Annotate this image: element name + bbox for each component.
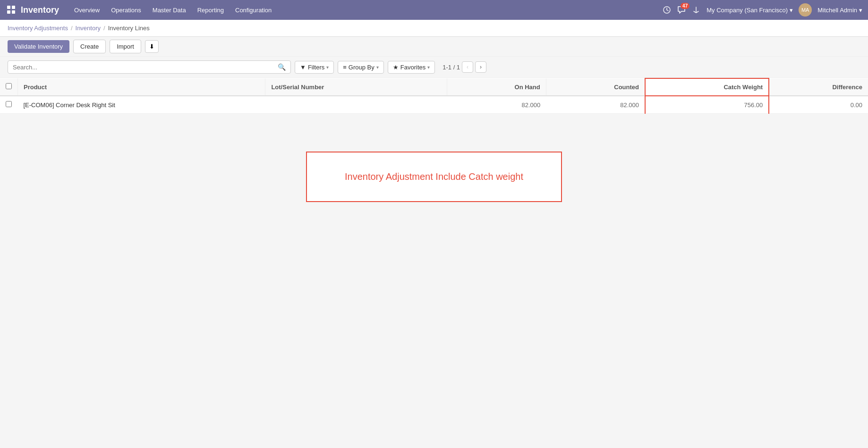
grid-icon	[6, 4, 17, 16]
star-icon: ★	[393, 64, 399, 71]
table-row: [E-COM06] Corner Desk Right Sit 82.000 8…	[0, 96, 868, 114]
onhand-column-header: On Hand	[447, 78, 546, 96]
groupby-icon: ≡	[343, 64, 347, 71]
breadcrumb-inventory[interactable]: Inventory	[76, 25, 101, 32]
breadcrumb-current: Inventory Lines	[108, 25, 150, 32]
company-selector[interactable]: My Company (San Francisco) ▾	[706, 7, 793, 14]
product-column-header: Product	[18, 78, 265, 96]
difference-cell: 0.00	[769, 96, 868, 114]
search-box[interactable]: 🔍	[8, 60, 291, 74]
import-button[interactable]: Import	[110, 40, 141, 53]
download-icon: ⬇	[149, 43, 154, 50]
annotation-box: Inventory Adjustment Include Catch weigh…	[306, 152, 562, 202]
user-name-label: Mitchell Admin	[817, 7, 857, 14]
breadcrumb-sep-2: /	[103, 25, 105, 32]
svg-rect-1	[12, 6, 15, 9]
groupby-caret: ▾	[376, 65, 379, 70]
nav-reporting[interactable]: Reporting	[193, 4, 229, 17]
app-logo[interactable]: Inventory	[6, 4, 59, 16]
favorites-caret: ▾	[427, 65, 430, 70]
breadcrumb: Inventory Adjustments / Inventory / Inve…	[8, 25, 860, 32]
favorites-label: Favorites	[400, 64, 425, 71]
nav-configuration[interactable]: Configuration	[230, 4, 276, 17]
chat-icon[interactable]: 47	[677, 6, 686, 14]
search-icon[interactable]: 🔍	[278, 63, 286, 71]
annotation-area: Inventory Adjustment Include Catch weigh…	[0, 114, 868, 240]
nav-overview[interactable]: Overview	[69, 4, 104, 17]
breadcrumb-sep-1: /	[71, 25, 73, 32]
toolbar: Validate Inventory Create Import ⬇	[0, 37, 868, 57]
catchweight-cell[interactable]: 756.00	[645, 96, 769, 114]
pagination-label: 1-1 / 1	[443, 64, 460, 71]
filter-icon: ▼	[300, 64, 306, 71]
row-checkbox[interactable]	[6, 101, 12, 107]
favorites-button[interactable]: ★ Favorites ▾	[388, 61, 435, 74]
create-button[interactable]: Create	[73, 40, 106, 53]
search-input[interactable]	[13, 64, 278, 71]
company-name-label: My Company (San Francisco)	[706, 7, 788, 14]
prev-page-button[interactable]: ‹	[462, 61, 473, 73]
download-button[interactable]: ⬇	[145, 40, 159, 53]
inventory-table: Product Lot/Serial Number On Hand Counte…	[0, 78, 868, 114]
annotation-text: Inventory Adjustment Include Catch weigh…	[345, 171, 523, 182]
groupby-label: Group By	[349, 64, 374, 71]
table-body: [E-COM06] Corner Desk Right Sit 82.000 8…	[0, 96, 868, 114]
groupby-button[interactable]: ≡ Group By ▾	[338, 61, 384, 74]
svg-rect-2	[7, 10, 10, 14]
svg-rect-0	[7, 6, 10, 9]
topbar-right: 47 My Company (San Francisco) ▾ MA Mitch…	[662, 3, 862, 17]
user-selector[interactable]: Mitchell Admin ▾	[817, 7, 862, 14]
search-filter-row: 🔍 ▼ Filters ▾ ≡ Group By ▾ ★ Favorites ▾…	[0, 57, 868, 78]
chat-count: 47	[681, 3, 689, 9]
select-all-header[interactable]	[0, 78, 18, 96]
svg-line-6	[667, 10, 668, 11]
svg-rect-3	[12, 10, 15, 14]
difference-column-header: Difference	[769, 78, 868, 96]
nav-master-data[interactable]: Master Data	[148, 4, 191, 17]
avatar[interactable]: MA	[799, 3, 812, 17]
clock-icon[interactable]	[662, 5, 672, 15]
row-checkbox-cell[interactable]	[0, 96, 18, 114]
catchweight-column-header: Catch Weight	[645, 78, 769, 96]
next-page-button[interactable]: ›	[475, 61, 486, 73]
pagination: 1-1 / 1 ‹ ›	[443, 61, 486, 73]
filters-button[interactable]: ▼ Filters ▾	[295, 61, 334, 74]
breadcrumb-inventory-adjustments[interactable]: Inventory Adjustments	[8, 25, 68, 32]
user-caret: ▾	[859, 7, 862, 14]
validate-inventory-button[interactable]: Validate Inventory	[8, 40, 69, 53]
lot-column-header: Lot/Serial Number	[265, 78, 447, 96]
filters-caret: ▾	[326, 65, 329, 70]
table-header-row: Product Lot/Serial Number On Hand Counte…	[0, 78, 868, 96]
download-icon[interactable]	[691, 5, 701, 15]
topbar: Inventory Overview Operations Master Dat…	[0, 0, 868, 20]
product-cell[interactable]: [E-COM06] Corner Desk Right Sit	[18, 96, 265, 114]
inventory-table-container: Product Lot/Serial Number On Hand Counte…	[0, 78, 868, 114]
onhand-cell: 82.000	[447, 96, 546, 114]
counted-column-header: Counted	[546, 78, 645, 96]
breadcrumb-bar: Inventory Adjustments / Inventory / Inve…	[0, 20, 868, 37]
filters-label: Filters	[308, 64, 324, 71]
app-name: Inventory	[21, 5, 59, 15]
top-navigation: Overview Operations Master Data Reportin…	[69, 4, 659, 17]
nav-operations[interactable]: Operations	[106, 4, 146, 17]
company-caret: ▾	[790, 7, 793, 14]
select-all-checkbox[interactable]	[6, 83, 12, 89]
counted-cell[interactable]: 82.000	[546, 96, 645, 114]
lot-cell	[265, 96, 447, 114]
